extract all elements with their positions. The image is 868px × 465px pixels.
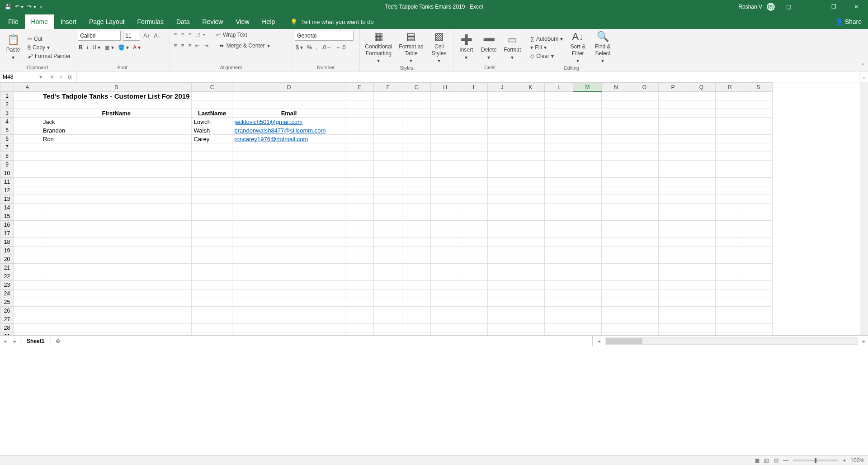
cell[interactable] (232, 332, 345, 336)
cell[interactable] (459, 195, 488, 204)
cell[interactable] (573, 109, 602, 118)
row-header[interactable]: 21 (0, 264, 14, 272)
cell[interactable] (232, 204, 345, 212)
cell[interactable] (232, 92, 345, 100)
paste-button[interactable]: 📋 Paste ▾ (3, 34, 24, 61)
cell[interactable] (41, 298, 192, 307)
cell[interactable] (687, 100, 716, 109)
insert-cells-button[interactable]: ➕Insert ▾ (456, 34, 476, 61)
cell[interactable] (402, 315, 431, 324)
cell[interactable] (459, 135, 488, 143)
cell[interactable] (232, 281, 345, 289)
cell[interactable] (744, 169, 773, 178)
cell[interactable] (232, 307, 345, 315)
cell[interactable] (488, 307, 516, 315)
cell[interactable] (41, 272, 192, 281)
find-select-button[interactable]: 🔍Find & Select ▾ (591, 31, 614, 64)
cell[interactable] (488, 195, 516, 204)
tab-review[interactable]: Review (196, 14, 230, 29)
cell[interactable] (744, 229, 773, 238)
cell[interactable] (716, 281, 744, 289)
cell[interactable] (573, 264, 602, 272)
cell[interactable] (659, 307, 687, 315)
cell[interactable] (374, 152, 402, 161)
cell[interactable] (573, 289, 602, 298)
cell[interactable] (374, 229, 402, 238)
cell[interactable] (545, 307, 573, 315)
cell[interactable] (402, 247, 431, 255)
cell[interactable] (516, 161, 545, 169)
cell[interactable] (630, 152, 659, 161)
cell[interactable] (744, 109, 773, 118)
file-tab[interactable]: File (2, 14, 25, 29)
cell[interactable] (14, 143, 41, 152)
hscroll-right-icon[interactable]: ▸ (860, 338, 868, 344)
cell[interactable] (431, 92, 459, 100)
column-header[interactable]: A (14, 83, 41, 92)
cell[interactable] (488, 238, 516, 247)
percent-format-icon[interactable]: % (306, 43, 313, 52)
decrease-indent-icon[interactable]: ⇤ (194, 42, 201, 50)
cell[interactable]: Walsh (192, 126, 232, 135)
column-header[interactable]: H (431, 83, 459, 92)
cell[interactable] (630, 118, 659, 126)
cell[interactable] (630, 169, 659, 178)
cell[interactable] (402, 118, 431, 126)
email-link[interactable]: brandonwalsh8477@silicomm.com (234, 127, 326, 134)
cell[interactable] (14, 298, 41, 307)
cell[interactable] (516, 92, 545, 100)
row-header[interactable]: 16 (0, 221, 14, 229)
cell[interactable] (14, 100, 41, 109)
cell[interactable] (192, 204, 232, 212)
cell[interactable] (14, 238, 41, 247)
cell[interactable] (545, 126, 573, 135)
cell[interactable] (687, 143, 716, 152)
cell[interactable] (431, 100, 459, 109)
cell[interactable] (402, 238, 431, 247)
row-header[interactable]: 17 (0, 229, 14, 238)
cell[interactable] (41, 307, 192, 315)
cell[interactable] (192, 195, 232, 204)
cell[interactable] (192, 152, 232, 161)
cell[interactable] (602, 186, 630, 195)
cell[interactable] (431, 212, 459, 221)
cell[interactable] (716, 238, 744, 247)
cell[interactable] (744, 118, 773, 126)
cell[interactable]: roncarey1976@hotmail.com (232, 135, 345, 143)
cell[interactable] (687, 307, 716, 315)
cell[interactable] (545, 100, 573, 109)
cell[interactable] (573, 204, 602, 212)
cell[interactable] (345, 135, 374, 143)
cell[interactable] (516, 143, 545, 152)
cell[interactable] (345, 289, 374, 298)
cell[interactable] (14, 281, 41, 289)
column-header[interactable]: C (192, 83, 232, 92)
cell[interactable] (232, 315, 345, 324)
row-header[interactable]: 19 (0, 247, 14, 255)
cell[interactable] (630, 238, 659, 247)
cell[interactable] (716, 315, 744, 324)
cell[interactable] (545, 315, 573, 324)
cell[interactable] (630, 178, 659, 186)
column-header[interactable]: O (630, 83, 659, 92)
cell[interactable] (192, 324, 232, 332)
cell[interactable] (431, 298, 459, 307)
cell[interactable] (402, 126, 431, 135)
cell[interactable] (345, 298, 374, 307)
cell[interactable] (459, 143, 488, 152)
tab-help[interactable]: Help (256, 14, 282, 29)
column-header[interactable]: G (402, 83, 431, 92)
cell[interactable] (659, 332, 687, 336)
cell[interactable] (232, 212, 345, 221)
autosum-button[interactable]: ∑ AutoSum ▾ (529, 35, 564, 43)
cell[interactable] (687, 212, 716, 221)
row-header[interactable]: 5 (0, 126, 14, 135)
cancel-formula-icon[interactable]: ✕ (50, 74, 54, 80)
cell[interactable] (459, 100, 488, 109)
cell[interactable] (14, 126, 41, 135)
cell[interactable] (232, 229, 345, 238)
cell[interactable] (345, 229, 374, 238)
cell[interactable] (602, 298, 630, 307)
cell[interactable] (14, 195, 41, 204)
page-break-view-icon[interactable]: ▤ (774, 457, 778, 464)
